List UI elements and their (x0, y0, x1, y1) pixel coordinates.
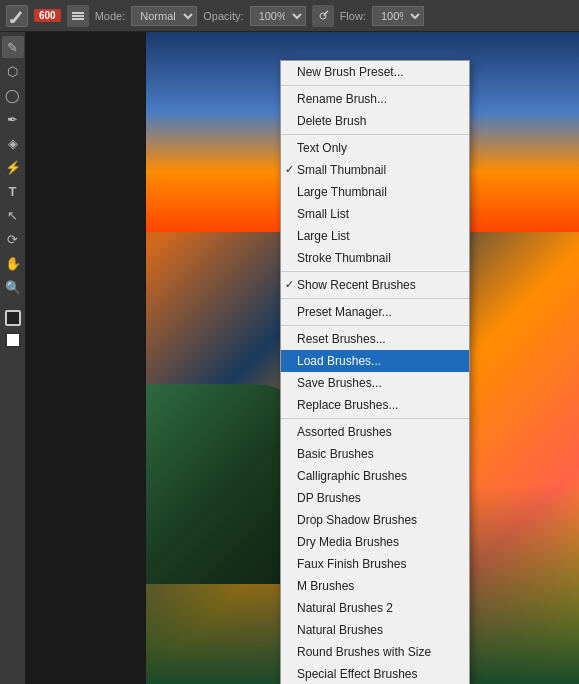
menu-separator (281, 134, 469, 135)
opacity-label: Opacity: (203, 10, 243, 22)
menu-item-reset-brushes[interactable]: Reset Brushes... (281, 328, 469, 350)
mode-select[interactable]: Normal (131, 6, 197, 26)
move-tool[interactable]: ↖ (2, 204, 24, 226)
menu-item-delete-brush[interactable]: Delete Brush (281, 110, 469, 132)
svg-rect-2 (72, 15, 84, 17)
mode-label: Mode: (95, 10, 126, 22)
menu-item-special-effect-brushes[interactable]: Special Effect Brushes (281, 663, 469, 684)
menu-item-large-list[interactable]: Large List (281, 225, 469, 247)
lasso-tool[interactable]: ◯ (2, 84, 24, 106)
flow-label: Flow: (340, 10, 366, 22)
menu-item-show-recent-brushes[interactable]: Show Recent Brushes (281, 274, 469, 296)
menu-item-natural-brushes[interactable]: Natural Brushes (281, 619, 469, 641)
menu-item-load-brushes[interactable]: Load Brushes... (281, 350, 469, 372)
menu-item-preset-manager[interactable]: Preset Manager... (281, 301, 469, 323)
text-tool[interactable]: T (2, 180, 24, 202)
menu-separator (281, 325, 469, 326)
menu-item-assorted-brushes[interactable]: Assorted Brushes (281, 421, 469, 443)
menu-item-natural-brushes-2[interactable]: Natural Brushes 2 (281, 597, 469, 619)
background-color[interactable] (5, 332, 21, 348)
menu-item-save-brushes[interactable]: Save Brushes... (281, 372, 469, 394)
menu-item-small-thumbnail[interactable]: Small Thumbnail (281, 159, 469, 181)
menu-item-basic-brushes[interactable]: Basic Brushes (281, 443, 469, 465)
svg-rect-3 (72, 18, 84, 20)
menu-item-replace-brushes[interactable]: Replace Brushes... (281, 394, 469, 416)
menu-item-drop-shadow-brushes[interactable]: Drop Shadow Brushes (281, 509, 469, 531)
menu-separator (281, 271, 469, 272)
pen-tool[interactable]: ✒ (2, 108, 24, 130)
menu-separator (281, 418, 469, 419)
brush-size-badge[interactable]: 600 (34, 9, 61, 22)
menu-separator (281, 85, 469, 86)
menu-item-small-list[interactable]: Small List (281, 203, 469, 225)
menu-separator (281, 298, 469, 299)
menu-item-m-brushes[interactable]: M Brushes (281, 575, 469, 597)
hand-tool[interactable]: ✋ (2, 252, 24, 274)
menu-item-rename-brush[interactable]: Rename Brush... (281, 88, 469, 110)
left-sidebar: ✎ ⬡ ◯ ✒ ◈ ⚡ T ↖ ⟳ ✋ 🔍 (0, 32, 26, 684)
menu-item-stroke-thumbnail[interactable]: Stroke Thumbnail (281, 247, 469, 269)
top-toolbar: 600 Mode: Normal Opacity: 100% Flow: 100… (0, 0, 579, 32)
foreground-color[interactable] (5, 310, 21, 326)
menu-item-dp-brushes[interactable]: DP Brushes (281, 487, 469, 509)
shape-tool[interactable]: ⬡ (2, 60, 24, 82)
flow-select[interactable]: 100% (372, 6, 424, 26)
healing-tool[interactable]: ⚡ (2, 156, 24, 178)
zoom-tool[interactable]: 🔍 (2, 276, 24, 298)
stamp-tool[interactable]: ◈ (2, 132, 24, 154)
brush-options-icon[interactable] (67, 5, 89, 27)
context-menu: New Brush Preset...Rename Brush...Delete… (280, 60, 470, 684)
menu-item-faux-finish-brushes[interactable]: Faux Finish Brushes (281, 553, 469, 575)
menu-item-new-brush-preset[interactable]: New Brush Preset... (281, 61, 469, 83)
svg-point-0 (10, 19, 14, 23)
menu-item-dry-media-brushes[interactable]: Dry Media Brushes (281, 531, 469, 553)
menu-item-text-only[interactable]: Text Only (281, 137, 469, 159)
menu-item-calligraphic-brushes[interactable]: Calligraphic Brushes (281, 465, 469, 487)
menu-item-round-brushes-with-size[interactable]: Round Brushes with Size (281, 641, 469, 663)
svg-point-4 (320, 13, 326, 19)
airbrush-icon[interactable] (312, 5, 334, 27)
menu-item-large-thumbnail[interactable]: Large Thumbnail (281, 181, 469, 203)
brush-tool[interactable]: ✎ (2, 36, 24, 58)
history-tool[interactable]: ⟳ (2, 228, 24, 250)
brush-tool-icon[interactable] (6, 5, 28, 27)
opacity-select[interactable]: 100% (250, 6, 306, 26)
svg-rect-1 (72, 12, 84, 14)
